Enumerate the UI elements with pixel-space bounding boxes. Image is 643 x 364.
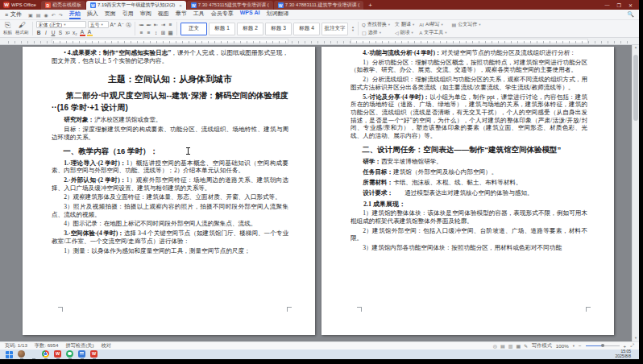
zoom-out-button[interactable]: − xyxy=(579,343,582,349)
page-text-area[interactable]: 4.·功能与流线分析·(4 学时)：对关键空间节点的功能分区及流线组织进行分析：… xyxy=(351,49,587,335)
borders-icon[interactable]: ⊞ xyxy=(160,30,166,36)
shading-icon[interactable]: ▦ xyxy=(168,30,173,36)
grow-font-icon[interactable]: A⁺ xyxy=(110,22,117,28)
document-tab[interactable]: D稻壳在线模板 xyxy=(41,1,85,10)
bold-icon[interactable]: B xyxy=(36,30,42,36)
ribbon-tool-find-replace[interactable]: Q查找替换▾ xyxy=(362,21,390,28)
style-preset[interactable]: 标题 2 xyxy=(237,23,263,35)
taskbar-app-start[interactable] xyxy=(6,351,13,358)
font-name-select[interactable]: 宋体 (正文)▾ xyxy=(36,21,86,28)
page-view-icon[interactable]: ▤ xyxy=(500,343,505,349)
word-count[interactable]: 字数: 6954 xyxy=(35,342,59,350)
menu-item-审阅[interactable]: 审阅 xyxy=(140,10,151,19)
writing-mode-button[interactable]: 写作模式 xyxy=(532,342,552,350)
scroll-down-icon[interactable]: ▼ xyxy=(634,336,637,341)
read-mode-icon[interactable]: ▦ xyxy=(516,343,521,349)
file-menu[interactable]: ≡ 文件 xyxy=(5,10,22,19)
close-button[interactable]: ✕ xyxy=(628,2,633,8)
wps-logo[interactable]: W WPS Office xyxy=(0,0,41,10)
minimize-button[interactable]: — xyxy=(605,2,610,7)
bullets-icon[interactable]: ≔ xyxy=(139,22,144,28)
superscript-icon[interactable]: x² xyxy=(65,30,71,36)
zoom-value[interactable]: 100% xyxy=(556,343,569,349)
new-tab-button[interactable]: + xyxy=(363,1,377,10)
menu-item-引用[interactable]: 引用 xyxy=(122,10,134,19)
redo-icon[interactable]: ↷ xyxy=(59,12,63,18)
taskbar-app-avatar[interactable] xyxy=(18,350,25,359)
strikethrough-icon[interactable]: S xyxy=(58,30,64,36)
tab-close-icon[interactable]: × xyxy=(179,3,182,8)
search-icon[interactable]: 🔍 xyxy=(627,11,634,18)
align-left-icon[interactable]: ≡ xyxy=(168,22,173,28)
scroll-up-icon[interactable]: ▲ xyxy=(634,45,637,50)
menu-item-视图[interactable]: 视图 xyxy=(158,10,169,19)
menu-item-会员专享[interactable]: 会员专享 xyxy=(211,10,234,19)
system-tray-clock[interactable]: 15:05 2025/8/8 xyxy=(616,350,633,358)
taskbar-app-wps-2[interactable]: W xyxy=(90,350,97,359)
menu-item-工具[interactable]: 工具 xyxy=(193,10,205,19)
scrollbar-thumb[interactable] xyxy=(633,55,638,121)
clear-format-icon[interactable]: Ⓐ xyxy=(126,22,131,28)
undo-icon[interactable]: ↶ xyxy=(52,12,56,18)
style-preset[interactable]: 标题 1 xyxy=(209,23,235,35)
menu-item-划词翻译[interactable]: 划词翻译 xyxy=(266,10,288,19)
vertical-scrollbar[interactable]: ▲ ▼ xyxy=(632,45,639,341)
style-gallery-scroll[interactable]: ▲▼ xyxy=(351,26,355,32)
document-tab[interactable]: W7.30 4753115建筑学专业培训课 ( xyxy=(187,1,273,10)
preview-icon[interactable]: ◉ xyxy=(44,12,48,18)
subscript-icon[interactable]: x₂ xyxy=(73,30,78,36)
zoom-dropdown-icon[interactable]: ▾ xyxy=(573,344,575,348)
format-painter-button[interactable]: 🖌 格式刷 xyxy=(15,22,29,35)
numbering-icon[interactable]: ≕ xyxy=(146,22,151,28)
fullscreen-icon[interactable]: ⤢ xyxy=(630,343,634,349)
ribbon-tool-official-doc[interactable]: ▤公文写作▾ xyxy=(452,21,481,28)
taskbar-app-file-explorer[interactable] xyxy=(30,350,37,359)
indent-icon[interactable]: ⇥ xyxy=(160,22,166,28)
taskbar-app-wechat[interactable] xyxy=(66,350,73,359)
underline-icon[interactable]: U xyxy=(51,30,56,36)
zoom-slider[interactable] xyxy=(586,345,620,346)
shrink-font-icon[interactable]: A⁻ xyxy=(118,22,124,28)
italic-icon[interactable]: I xyxy=(44,30,49,36)
taskbar-app-chrome[interactable] xyxy=(42,350,49,359)
menu-item-页面[interactable]: 页面 xyxy=(105,10,116,19)
ribbon-tool-select[interactable]: ▢选择▾ xyxy=(362,29,390,36)
zoom-slider-knob[interactable] xyxy=(601,344,604,347)
align-center-icon[interactable]: ≡ xyxy=(139,30,144,36)
ribbon-tool-read-aloud[interactable]: ◁朗读▾ xyxy=(395,29,414,36)
taskbar-app-wps[interactable]: W xyxy=(54,350,61,359)
save-icon[interactable]: ▣ xyxy=(28,12,33,18)
document-tab[interactable]: W7.19西安大学一年级建筑学认知(2(2)× xyxy=(86,1,186,10)
menu-item-开始[interactable]: 开始 xyxy=(69,10,81,19)
paste-button[interactable]: ⎘ 粘贴 xyxy=(3,22,12,35)
outline-view-icon[interactable]: ▥ xyxy=(508,343,513,349)
style-preset[interactable]: 标题 4 xyxy=(293,23,320,35)
ribbon-tool-ai-write[interactable]: AIAI帮写▾ xyxy=(419,21,446,28)
ribbon-tool-translate[interactable]: 文翻译▾ xyxy=(395,21,414,28)
ribbon-tool-text-tools[interactable]: A文字工具▾ xyxy=(419,29,446,36)
pen-mode-icon[interactable]: ✎ xyxy=(524,343,528,349)
menu-item-章节[interactable]: 章节 xyxy=(176,10,187,19)
zoom-in-button[interactable]: + xyxy=(624,343,627,349)
maximize-button[interactable]: ❐ xyxy=(617,2,621,8)
quick-access-toolbar: ▣▤◉↶↷ xyxy=(28,12,63,18)
menu-item-WPS-AI[interactable]: WPS AI xyxy=(240,10,260,19)
highlight-icon[interactable]: A xyxy=(87,30,93,36)
horizontal-ruler[interactable] xyxy=(0,38,639,45)
align-right-icon[interactable]: ≡ xyxy=(146,30,151,36)
outdent-icon[interactable]: ⇤ xyxy=(153,22,159,28)
eye-protection-icon[interactable]: ◎ xyxy=(493,343,497,349)
font-size-select[interactable]: 五号▾ xyxy=(88,21,109,28)
print-icon[interactable]: ▤ xyxy=(36,12,41,18)
menu-item-插入[interactable]: 插入 xyxy=(87,10,98,19)
document-tab[interactable]: W7.30 47883111.建筑学专业培训课 ( xyxy=(274,1,363,10)
font-color-icon[interactable]: A xyxy=(80,30,85,36)
taskbar-app-docs[interactable] xyxy=(78,350,85,359)
page-text-area[interactable]: • 4.成果要求：制作“空间感知实验日志”，课外个人完成，以图纸或图册形式呈现，… xyxy=(52,49,288,335)
style-preset[interactable]: 正文 xyxy=(180,23,207,35)
proofread-button[interactable]: 校对 xyxy=(102,342,111,350)
style-preset[interactable]: 批注文字 xyxy=(322,23,348,35)
spellcheck-status[interactable]: 拼写检查(关) xyxy=(65,342,93,350)
line-spacing-icon[interactable]: ↕ xyxy=(153,30,159,36)
style-preset[interactable]: 标题 3 xyxy=(265,23,292,35)
